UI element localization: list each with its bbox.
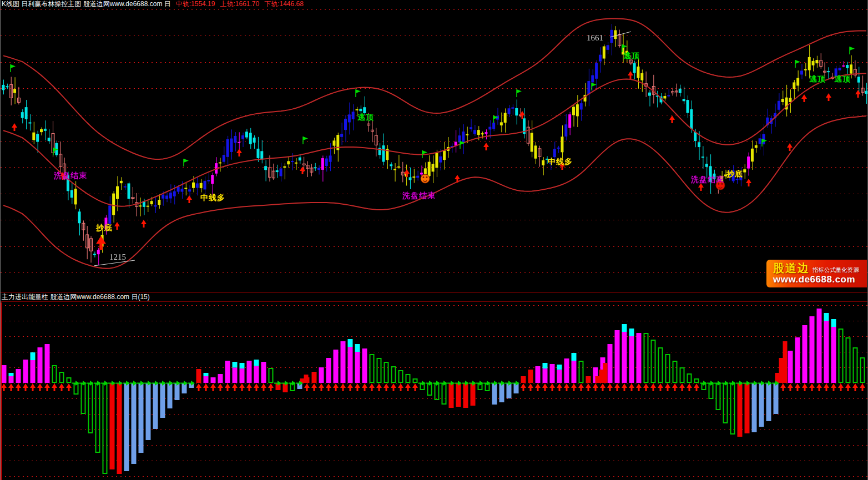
main-chart-canvas[interactable] xyxy=(1,8,868,292)
logo-brand: 股道边 xyxy=(773,262,810,274)
main-chart-title: K线图 日利赢布林操控主图 股道边网www.de6688.com 日 xyxy=(2,0,171,8)
boll-mid-value: 中轨:1554.19 xyxy=(176,0,215,8)
logo-url: www.de6688.com xyxy=(773,274,862,285)
boll-upper-value: 上轨:1661.70 xyxy=(220,0,259,8)
brand-logo[interactable]: 股道边 指标公式量化资源 www.de6688.com xyxy=(766,260,867,287)
trading-app-window: K线图 日利赢布林操控主图 股道边网www.de6688.com 日 中轨:15… xyxy=(0,0,868,480)
logo-top-row: 股道边 指标公式量化资源 xyxy=(773,262,862,274)
logo-tagline: 指标公式量化资源 xyxy=(813,266,859,274)
volume-panel-titlebar: 主力进出能量柱 股道边网www.de6688.com 日(15) xyxy=(1,292,867,302)
main-chart-titlebar: K线图 日利赢布林操控主图 股道边网www.de6688.com 日 中轨:15… xyxy=(1,0,867,8)
boll-lower-value: 下轨:1446.68 xyxy=(264,0,304,8)
volume-chart-canvas[interactable] xyxy=(1,302,868,480)
volume-panel-title: 主力进出能量柱 股道边网www.de6688.com 日(15) xyxy=(2,293,150,301)
